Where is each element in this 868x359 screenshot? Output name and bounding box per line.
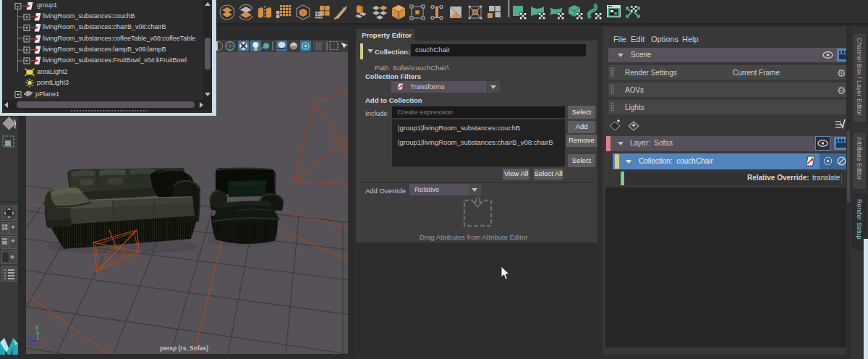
svg-text:x: x bbox=[44, 342, 47, 347]
svg-text:y: y bbox=[35, 324, 38, 330]
svg-text:z: z bbox=[27, 335, 30, 340]
